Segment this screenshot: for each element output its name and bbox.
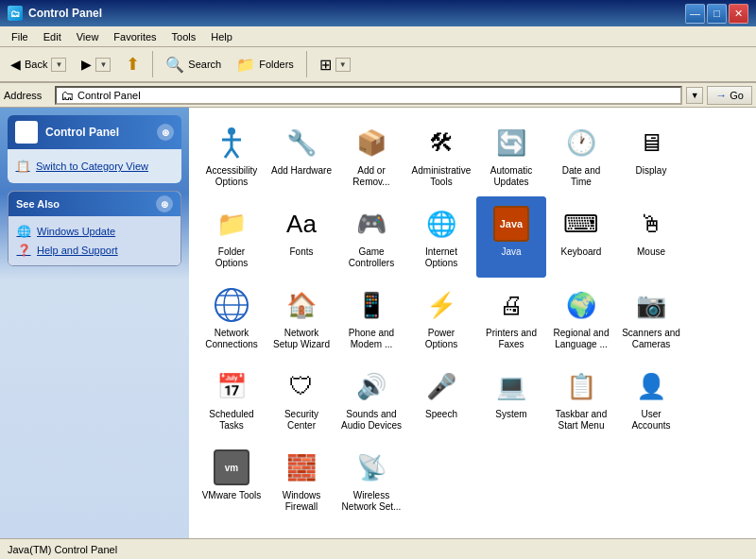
icon-item-add-hardware[interactable]: 🔧 Add Hardware	[266, 115, 336, 196]
icon-item-auto-updates[interactable]: 🔄 Automatic Updates	[476, 115, 546, 196]
back-button[interactable]: ◀ Back ▼	[4, 53, 73, 76]
view-button[interactable]: ⊞ ▼	[313, 52, 357, 77]
icon-item-scheduled-tasks[interactable]: 📅 Scheduled Tasks	[197, 359, 266, 440]
icon-item-java[interactable]: Java Java	[476, 196, 546, 278]
icon-img-internet-options: 🌐	[422, 205, 460, 243]
icon-item-speech[interactable]: 🎤 Speech	[406, 359, 476, 440]
icon-label-wireless-network: Wireless Network Set...	[341, 490, 402, 513]
maximize-button[interactable]: □	[707, 4, 727, 24]
address-input-container[interactable]: 🗂	[55, 86, 682, 105]
menu-help[interactable]: Help	[203, 29, 240, 44]
icons-grid: Accessibility Options 🔧 Add Hardware 📦 A…	[197, 115, 748, 521]
help-support-link[interactable]: ❓ Help and Support	[16, 241, 173, 260]
icon-item-printers-faxes[interactable]: 🖨 Printers and Faxes	[476, 278, 546, 359]
app-icon: 🗂	[8, 6, 23, 21]
icon-img-game-controllers: 🎮	[352, 205, 390, 243]
icon-item-vmware-tools[interactable]: vm VMware Tools	[197, 440, 266, 521]
search-button[interactable]: 🔍 Search	[159, 52, 228, 77]
title-bar: 🗂 Control Panel — □ ✕	[0, 0, 756, 26]
icon-item-keyboard[interactable]: ⌨ Keyboard	[546, 196, 616, 278]
forward-button[interactable]: ▶ ▼	[75, 53, 117, 76]
icon-img-keyboard: ⌨	[562, 205, 600, 243]
minimize-button[interactable]: —	[685, 4, 705, 24]
icon-img-network-setup: 🏠	[283, 286, 320, 324]
icon-img-date-time: 🕐	[562, 124, 600, 161]
back-dropdown-arrow[interactable]: ▼	[51, 58, 66, 72]
svg-point-0	[228, 127, 235, 135]
icon-item-network-setup[interactable]: 🏠 Network Setup Wizard	[266, 278, 336, 359]
icon-item-fonts[interactable]: Aa Fonts	[266, 196, 336, 278]
icon-img-fonts: Aa	[283, 205, 320, 243]
icon-img-system: 💻	[492, 367, 530, 405]
view-dropdown-arrow[interactable]: ▼	[335, 58, 351, 72]
menu-edit[interactable]: Edit	[36, 29, 69, 44]
icon-label-java: Java	[501, 246, 521, 258]
icon-label-add-hardware: Add Hardware	[271, 165, 332, 177]
windows-update-link[interactable]: 🌐 Windows Update	[16, 222, 173, 241]
icon-item-sounds-audio[interactable]: 🔊 Sounds and Audio Devices	[336, 359, 406, 440]
icons-area: Accessibility Options 🔧 Add Hardware 📦 A…	[189, 108, 756, 538]
icon-item-regional-language[interactable]: 🌍 Regional and Language ...	[546, 278, 616, 359]
icon-item-taskbar-start[interactable]: 📋 Taskbar and Start Menu	[546, 359, 616, 440]
icon-item-accessibility[interactable]: Accessibility Options	[197, 115, 266, 196]
icon-img-windows-firewall: 🧱	[283, 449, 320, 486]
icon-label-internet-options: Internet Options	[411, 246, 472, 269]
icon-item-wireless-network[interactable]: 📡 Wireless Network Set...	[336, 440, 406, 521]
sidebar-collapse-btn[interactable]: ⊛	[157, 124, 174, 141]
close-button[interactable]: ✕	[729, 4, 748, 24]
icon-label-taskbar-start: Taskbar and Start Menu	[551, 409, 611, 432]
toolbar-separator-1	[152, 51, 153, 77]
icon-item-date-time[interactable]: 🕐 Date and Time	[546, 115, 616, 196]
icon-label-scheduled-tasks: Scheduled Tasks	[201, 409, 262, 432]
see-also-collapse-btn[interactable]: ⊛	[156, 195, 173, 212]
icon-item-network-connections[interactable]: Network Connections	[197, 278, 266, 359]
icon-label-phone-modem: Phone and Modem ...	[341, 328, 402, 350]
icon-label-auto-updates: Automatic Updates	[481, 165, 541, 188]
icon-item-admin-tools[interactable]: 🛠 Administrative Tools	[406, 115, 476, 196]
icon-img-power-options: ⚡	[422, 286, 460, 324]
icon-img-auto-updates: 🔄	[492, 124, 530, 161]
icon-label-game-controllers: Game Controllers	[341, 246, 402, 269]
icon-item-security-center[interactable]: 🛡 Security Center	[266, 359, 336, 440]
icon-img-network-connections	[213, 286, 250, 324]
icon-item-folder-options[interactable]: 📁 Folder Options	[197, 196, 266, 278]
icon-item-user-accounts[interactable]: 👤 User Accounts	[616, 359, 686, 440]
icon-label-keyboard: Keyboard	[561, 246, 602, 258]
icon-item-add-remove[interactable]: 📦 Add or Remov...	[336, 115, 406, 196]
icon-item-internet-options[interactable]: 🌐 Internet Options	[406, 196, 476, 278]
switch-category-view-link[interactable]: 📋 Switch to Category View	[15, 157, 174, 176]
address-input[interactable]	[77, 90, 677, 101]
address-bar: Address 🗂 ▼ → Go	[0, 83, 756, 108]
icon-item-game-controllers[interactable]: 🎮 Game Controllers	[336, 196, 406, 278]
icon-label-mouse: Mouse	[637, 246, 665, 258]
menu-file[interactable]: File	[4, 29, 36, 44]
icon-item-phone-modem[interactable]: 📱 Phone and Modem ...	[336, 278, 406, 359]
icon-item-power-options[interactable]: ⚡ Power Options	[406, 278, 476, 359]
folders-button[interactable]: 📁 Folders	[230, 52, 301, 77]
icon-img-taskbar-start: 📋	[562, 367, 600, 405]
menu-tools[interactable]: Tools	[164, 29, 204, 44]
icon-img-admin-tools: 🛠	[422, 124, 460, 161]
main-content: ✔ Control Panel ⊛ 📋 Switch to Category V…	[0, 108, 756, 538]
icon-img-java: Java	[492, 205, 530, 243]
icon-label-system: System	[495, 409, 526, 420]
icon-img-sounds-audio: 🔊	[352, 367, 390, 405]
sidebar-control-panel-section: ✔ Control Panel ⊛ 📋 Switch to Category V…	[8, 115, 181, 183]
up-button[interactable]: ⬆	[119, 50, 146, 78]
icon-item-windows-firewall[interactable]: 🧱 Windows Firewall	[266, 440, 336, 521]
status-bar: Java(TM) Control Panel	[0, 538, 756, 559]
svg-line-4	[232, 148, 238, 158]
icon-item-mouse[interactable]: 🖱 Mouse	[616, 196, 686, 278]
forward-dropdown-arrow[interactable]: ▼	[95, 58, 111, 72]
address-dropdown-arrow[interactable]: ▼	[686, 87, 703, 104]
icon-label-speech: Speech	[425, 409, 457, 420]
icon-img-accessibility	[213, 124, 250, 161]
menu-view[interactable]: View	[69, 29, 107, 44]
icon-item-system[interactable]: 💻 System	[476, 359, 546, 440]
icon-item-scanners-cameras[interactable]: 📷 Scanners and Cameras	[616, 278, 686, 359]
icon-label-accessibility: Accessibility Options	[201, 165, 262, 188]
go-button[interactable]: → Go	[707, 86, 752, 105]
menu-favorites[interactable]: Favorites	[106, 29, 163, 44]
icon-item-display[interactable]: 🖥 Display	[616, 115, 686, 196]
icon-label-display: Display	[636, 165, 667, 177]
